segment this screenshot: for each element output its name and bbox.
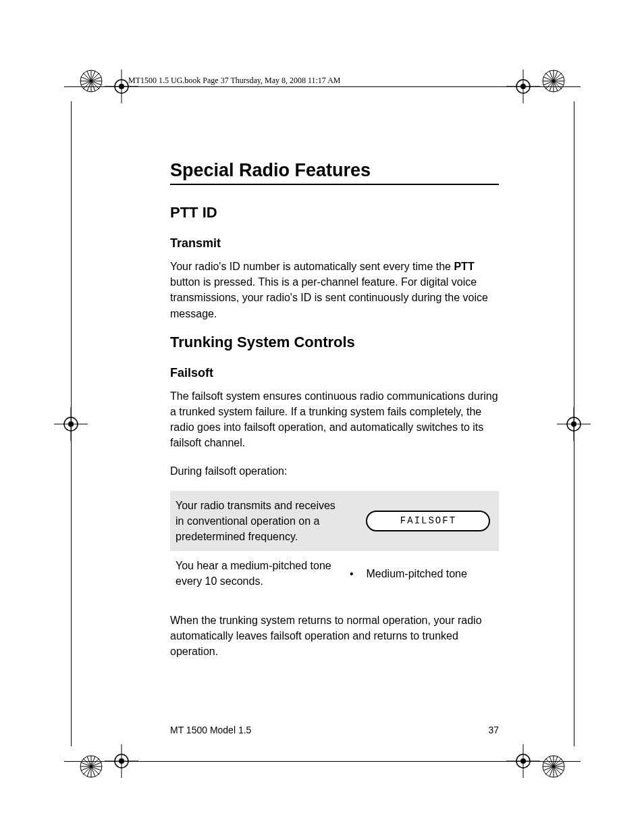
svg-line-58 [543,762,564,771]
failsoft-table: Your radio transmits and receives in con… [170,491,499,596]
svg-line-6 [87,71,95,91]
table-row: Your radio transmits and receives in con… [170,491,499,552]
crop-line-bottom [64,761,581,762]
ptt-label: PTT [454,261,474,272]
cell-bullet: • [341,551,360,596]
crop-line-top [64,86,581,87]
cell-description: You hear a medium-pitched tone every 10 … [170,551,341,596]
svg-point-17 [543,70,564,92]
cell-description: Your radio transmits and receives in con… [170,491,341,552]
reg-dial-bottom-right [540,753,567,780]
paragraph-failsoft-intro: The failsoft system ensures continuous r… [170,388,499,451]
subsection-failsoft-heading: Failsoft [170,366,499,380]
svg-line-41 [81,762,101,771]
svg-line-24 [543,77,564,85]
page-title: Special Radio Features [170,160,499,181]
table-row: You hear a medium-pitched tone every 10 … [170,551,499,596]
cell-spacer [341,491,360,552]
paragraph-transmit: Your radio's ID number is automatically … [170,259,499,321]
svg-line-5 [87,71,95,91]
footer-page-number: 37 [488,725,499,735]
svg-line-40 [87,756,95,777]
svg-line-56 [549,756,558,777]
paragraph-failsoft-during: During failsoft operation: [170,463,499,479]
svg-line-8 [81,77,101,85]
svg-line-25 [543,77,564,85]
svg-line-22 [549,71,558,91]
svg-point-51 [543,756,564,777]
lcd-display: FAILSOFT [366,511,490,531]
crop-line-right [574,101,574,746]
crop-line-left [71,101,72,746]
reg-dial-top-left [78,68,105,95]
section-ptt-id-heading: PTT ID [170,204,499,221]
subsection-transmit-heading: Transmit [170,236,499,251]
paragraph-failsoft-return: When the trunking system returns to norm… [170,613,499,660]
svg-line-59 [543,762,564,771]
svg-line-39 [87,756,95,777]
footer-model: MT 1500 Model 1.5 [170,725,251,735]
svg-line-23 [549,71,558,91]
text-fragment: Your radio's ID number is automatically … [170,261,454,272]
page-footer: MT 1500 Model 1.5 37 [170,725,499,735]
svg-point-0 [80,70,102,92]
svg-line-42 [81,762,101,771]
section-trunking-heading: Trunking System Controls [170,334,499,351]
cell-result: Medium-pitched tone [360,551,499,596]
svg-line-7 [81,77,101,85]
text-fragment: button is pressed. This is a per-channel… [170,276,488,319]
print-header-label: MT1500 1.5 UG.book Page 37 Thursday, May… [128,76,341,86]
cell-display: FAILSOFT [360,491,499,552]
bullet-icon: • [347,566,356,581]
svg-point-34 [80,756,102,777]
reg-dial-top-right [540,68,567,95]
title-rule [170,184,499,185]
svg-line-57 [549,756,558,777]
reg-dial-bottom-left [78,753,105,780]
